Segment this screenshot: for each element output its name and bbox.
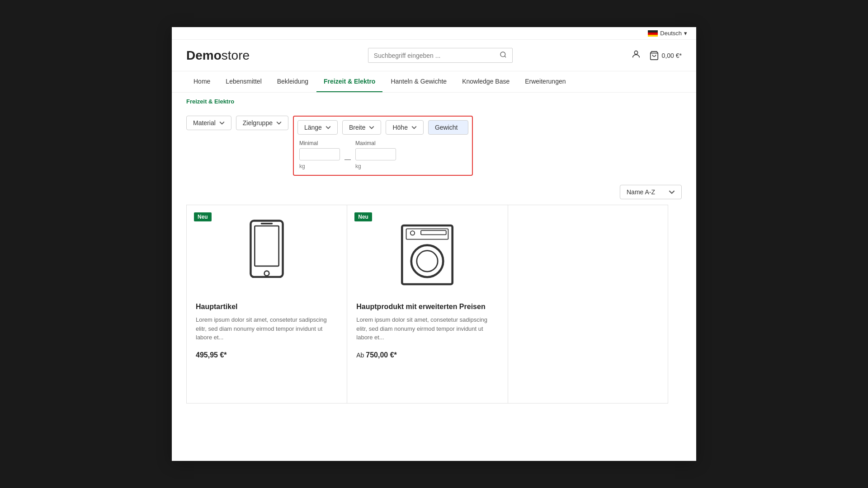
svg-point-13	[411, 245, 443, 277]
chevron-down-icon	[219, 120, 225, 126]
badge-new-1: Neu	[194, 212, 212, 221]
price-value-2: 750,00 €*	[366, 351, 397, 359]
laenge-filter[interactable]: Länge	[297, 120, 338, 135]
maximal-input[interactable]	[355, 148, 396, 160]
language-selector[interactable]: Deutsch ▾	[648, 30, 687, 37]
product-price-1: 495,95 €*	[196, 351, 338, 359]
breadcrumb-label: Freizeit & Elektro	[186, 98, 234, 105]
sort-label: Name A-Z	[627, 188, 655, 196]
minimal-label: Minimal	[299, 140, 340, 146]
svg-rect-7	[251, 221, 283, 277]
nav-item-home[interactable]: Home	[186, 71, 217, 92]
range-separator: —	[344, 147, 351, 163]
chevron-down-icon	[369, 125, 374, 130]
breite-filter[interactable]: Breite	[342, 120, 382, 135]
product-card-1: Neu Hauptartikel Lorem ipsum dolor sit a…	[186, 205, 347, 404]
cart-area[interactable]: 0,00 €*	[649, 51, 682, 61]
language-label: Deutsch	[660, 30, 682, 37]
product-desc-2: Lorem ipsum dolor sit amet, consetetur s…	[356, 315, 498, 342]
nav-item-hanteln[interactable]: Hanteln & Gewichte	[383, 71, 454, 92]
svg-point-5	[634, 51, 637, 54]
price-value-1: 495,95 €*	[196, 351, 227, 359]
header: Demostore 0,00 €*	[172, 40, 696, 71]
products-header: Name A-Z	[172, 181, 696, 205]
header-icons: 0,00 €*	[631, 49, 682, 61]
cart-icon	[649, 51, 659, 61]
svg-rect-2	[648, 35, 658, 37]
svg-rect-10	[261, 223, 273, 225]
chevron-down-icon	[411, 125, 417, 130]
language-chevron: ▾	[684, 30, 687, 37]
product-price-2: Ab 750,00 €*	[356, 351, 498, 359]
products-grid: Neu Hauptartikel Lorem ipsum dolor sit a…	[172, 205, 696, 404]
smartphone-icon	[237, 219, 296, 291]
minimal-input[interactable]	[299, 148, 340, 160]
product-image-2	[356, 214, 498, 296]
product-title-2: Hauptprodukt mit erweiterten Preisen	[356, 303, 498, 311]
zielgruppe-label: Zielgruppe	[243, 119, 273, 127]
svg-line-4	[505, 56, 506, 57]
svg-point-14	[417, 251, 438, 272]
hoehe-filter[interactable]: Höhe	[386, 120, 423, 135]
cart-price: 0,00 €*	[662, 52, 682, 59]
washing-machine-icon	[398, 219, 457, 291]
search-bar[interactable]	[368, 48, 513, 63]
svg-rect-16	[421, 230, 446, 235]
maximal-unit: kg	[355, 163, 396, 169]
svg-point-15	[410, 231, 415, 235]
minimal-group: Minimal kg	[299, 140, 340, 169]
badge-new-2: Neu	[354, 212, 372, 221]
svg-rect-1	[648, 33, 658, 35]
user-icon[interactable]	[631, 49, 641, 61]
nav-item-erweiterungen[interactable]: Erweiterungen	[518, 71, 573, 92]
breite-label: Breite	[349, 124, 366, 131]
logo-light: store	[222, 48, 250, 62]
svg-rect-0	[648, 30, 658, 33]
zielgruppe-filter[interactable]: Zielgruppe	[236, 116, 288, 130]
maximal-group: Maximal kg	[355, 140, 396, 169]
product-desc-1: Lorem ipsum dolor sit amet, consetetur s…	[196, 315, 338, 342]
chevron-down-icon	[326, 125, 331, 130]
sort-chevron-icon	[669, 189, 675, 195]
top-bar: Deutsch ▾	[172, 27, 696, 40]
product-title-1: Hauptartikel	[196, 303, 338, 311]
svg-point-3	[500, 52, 505, 57]
nav-item-lebensmittel[interactable]: Lebensmittel	[218, 71, 269, 92]
search-icon	[500, 51, 507, 58]
price-prefix-2: Ab	[356, 352, 366, 359]
sort-dropdown[interactable]: Name A-Z	[620, 185, 682, 199]
main-nav: Home Lebensmittel Bekleidung Freizeit & …	[172, 71, 696, 93]
svg-point-9	[264, 271, 269, 276]
svg-rect-8	[255, 226, 278, 266]
material-filter[interactable]: Material	[186, 116, 231, 130]
gewicht-label: Gewicht	[435, 124, 458, 131]
nav-item-freizeit[interactable]: Freizeit & Elektro	[316, 71, 382, 92]
breadcrumb: Freizeit & Elektro	[172, 93, 696, 110]
logo-bold: Demo	[186, 48, 222, 62]
gewicht-panel: Minimal kg — Maximal kg	[297, 138, 468, 171]
product-image-1	[196, 214, 338, 296]
hoehe-label: Höhe	[392, 124, 407, 131]
material-label: Material	[193, 119, 216, 127]
gewicht-filter[interactable]: Gewicht	[428, 120, 468, 135]
nav-item-bekleidung[interactable]: Bekleidung	[270, 71, 316, 92]
maximal-label: Maximal	[355, 140, 396, 146]
product-card-2: Neu Hauptprodukt mit erweiterten Preisen…	[347, 205, 507, 404]
laenge-label: Länge	[304, 124, 322, 131]
search-input[interactable]	[374, 52, 500, 59]
filters-section: Material Zielgruppe Länge Breite Höhe	[172, 110, 696, 181]
logo[interactable]: Demostore	[186, 48, 250, 63]
product-card-3	[508, 205, 668, 404]
active-filter-group: Länge Breite Höhe Gewicht Mini	[293, 116, 473, 176]
chevron-down-icon	[276, 120, 282, 126]
german-flag-icon	[648, 30, 658, 37]
nav-item-knowledge-base[interactable]: Knowledge Base	[455, 71, 517, 92]
search-button[interactable]	[500, 51, 507, 60]
minimal-unit: kg	[299, 163, 340, 169]
